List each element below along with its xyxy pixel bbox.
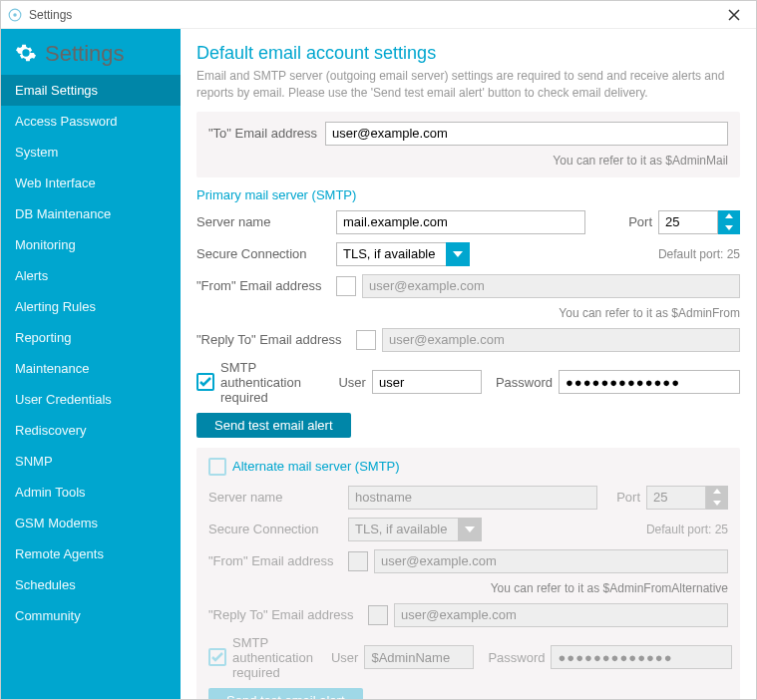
page-title: Default email account settings [196,43,740,64]
alternate-default-port-hint: Default port: 25 [646,523,728,536]
sidebar-item-reporting[interactable]: Reporting [1,322,181,353]
primary-auth-label: SMTP authentication required [220,360,320,405]
primary-server-label: Server name [196,214,336,229]
sidebar-item-schedules[interactable]: Schedules [1,569,181,600]
alternate-server-input [348,486,597,510]
to-email-label: "To" Email address [208,126,317,141]
chevron-up-icon [706,486,728,498]
to-email-input[interactable] [325,122,728,146]
primary-secure-label: Secure Connection [196,246,336,261]
alternate-send-test-button: Send test email alert [208,688,363,699]
sidebar-header: Settings [1,29,181,75]
primary-server-input[interactable] [336,210,585,234]
sidebar-item-rediscovery[interactable]: Rediscovery [1,415,181,446]
to-email-hint: You can refer to it as $AdminMail [208,154,728,168]
alternate-from-label: "From" Email address [208,553,348,568]
primary-from-label: "From" Email address [196,278,336,293]
sidebar: Settings Email Settings Access Password … [1,29,181,699]
window-title: Settings [29,8,72,22]
primary-secure-value[interactable] [336,242,446,266]
primary-pass-label: Password [496,375,553,390]
alternate-auth-label: SMTP authentication required [232,635,313,680]
page-description: Email and SMTP server (outgoing email se… [196,68,740,102]
close-button[interactable] [718,1,750,29]
primary-secure-select[interactable] [336,242,470,266]
alternate-user-input [364,645,474,669]
content-area: Default email account settings Email and… [181,29,756,699]
sidebar-item-admin-tools[interactable]: Admin Tools [1,477,181,508]
primary-port-label: Port [628,214,652,229]
alternate-port-input [646,486,706,510]
sidebar-item-monitoring[interactable]: Monitoring [1,229,181,260]
alternate-server-label: Server name [208,490,348,505]
alternate-enable-checkbox[interactable] [208,458,226,476]
sidebar-item-web-interface[interactable]: Web Interface [1,168,181,198]
alternate-auth-checkbox [208,648,226,666]
primary-port-spinner[interactable] [658,210,740,234]
alternate-section-title: Alternate mail server (SMTP) [232,459,400,474]
gear-icon [15,42,37,67]
titlebar: Settings [1,1,756,29]
sidebar-item-db-maintenance[interactable]: DB Maintenance [1,198,181,229]
primary-port-input[interactable] [658,210,718,234]
primary-from-hint: You can refer to it as $AdminFrom [196,306,740,320]
alternate-reply-input [394,603,728,627]
sidebar-item-snmp[interactable]: SNMP [1,446,181,477]
sidebar-item-community[interactable]: Community [1,600,181,631]
primary-reply-input[interactable] [382,328,740,352]
alternate-user-label: User [331,650,358,665]
primary-smtp-section: Primary mail server (SMTP) Server name P… [196,187,740,438]
sidebar-item-maintenance[interactable]: Maintenance [1,353,181,384]
sidebar-item-access-password[interactable]: Access Password [1,106,181,137]
primary-section-title: Primary mail server (SMTP) [196,187,740,202]
alternate-port-spin-buttons [706,486,728,510]
alternate-port-spinner [646,486,728,510]
sidebar-item-gsm-modems[interactable]: GSM Modems [1,508,181,538]
primary-port-spin-buttons[interactable] [718,210,740,234]
primary-auth-checkbox[interactable] [196,373,214,391]
sidebar-item-alerts[interactable]: Alerts [1,260,181,291]
primary-from-input[interactable] [362,274,740,298]
chevron-down-icon [706,498,728,510]
alternate-pass-label: Password [488,650,545,665]
chevron-down-icon [458,518,482,541]
alternate-from-checkbox [348,551,368,571]
sidebar-item-remote-agents[interactable]: Remote Agents [1,538,181,569]
alternate-from-hint: You can refer to it as $AdminFromAlterna… [208,581,728,595]
primary-user-label: User [338,375,365,390]
alternate-from-input [374,549,728,573]
alternate-reply-label: "Reply To" Email address [208,607,368,622]
alternate-secure-value [348,518,458,541]
alternate-pass-input [551,645,732,669]
primary-send-test-button[interactable]: Send test email alert [196,413,351,438]
alternate-smtp-section: Alternate mail server (SMTP) Server name… [196,448,740,699]
alternate-port-label: Port [616,490,640,505]
app-icon [7,7,23,23]
sidebar-nav: Email Settings Access Password System We… [1,75,181,631]
sidebar-item-email-settings[interactable]: Email Settings [1,75,181,106]
primary-default-port-hint: Default port: 25 [658,247,740,261]
sidebar-item-system[interactable]: System [1,137,181,168]
sidebar-item-alerting-rules[interactable]: Alerting Rules [1,291,181,322]
chevron-down-icon[interactable] [718,222,740,234]
primary-reply-checkbox[interactable] [356,330,376,350]
primary-from-checkbox[interactable] [336,276,356,296]
settings-window: Settings Settings Email Settings Access … [0,0,757,700]
chevron-up-icon[interactable] [718,210,740,222]
to-email-panel: "To" Email address You can refer to it a… [196,112,740,177]
primary-reply-label: "Reply To" Email address [196,332,356,347]
alternate-reply-checkbox [368,605,388,625]
svg-point-1 [13,13,17,17]
primary-pass-input[interactable] [559,370,740,394]
sidebar-item-user-credentials[interactable]: User Credentials [1,384,181,415]
alternate-secure-label: Secure Connection [208,522,348,536]
chevron-down-icon[interactable] [446,242,470,266]
alternate-secure-select [348,518,482,541]
primary-user-input[interactable] [372,370,482,394]
sidebar-title: Settings [45,41,125,67]
